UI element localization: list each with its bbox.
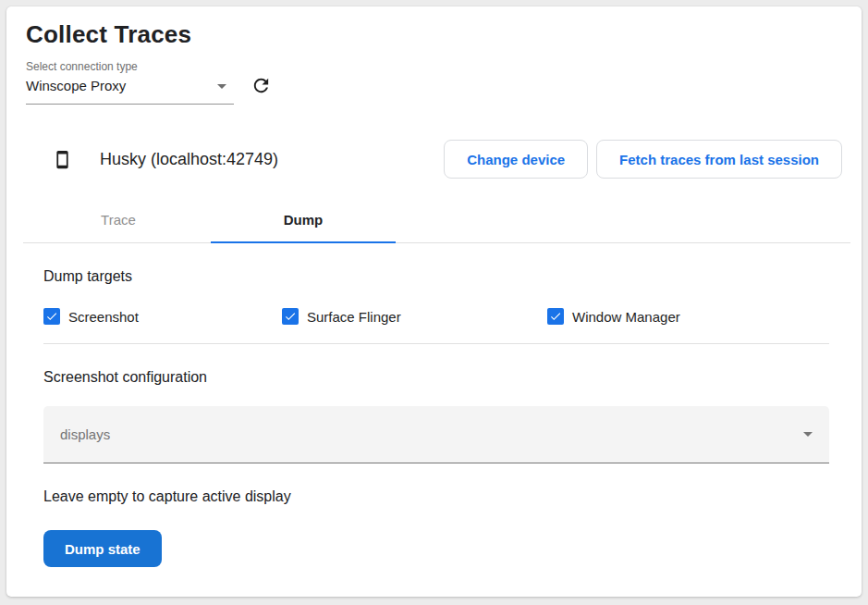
- displays-hint-text: Leave empty to capture active display: [43, 488, 829, 505]
- connection-type-select[interactable]: Winscope Proxy: [26, 78, 234, 105]
- chevron-down-icon: [217, 84, 226, 89]
- dump-targets-heading: Dump targets: [43, 267, 829, 285]
- connection-row: Winscope Proxy: [26, 78, 842, 105]
- fetch-traces-button[interactable]: Fetch traces from last session: [596, 140, 842, 179]
- dump-tab-content: Dump targets Screenshot Surface Flinger …: [6, 267, 862, 567]
- screenshot-configuration-heading: Screenshot configuration: [43, 368, 829, 386]
- collect-traces-card: Collect Traces Select connection type Wi…: [6, 6, 862, 597]
- device-name: Husky (localhost:42749): [100, 150, 278, 169]
- connection-type-label: Select connection type: [26, 60, 842, 73]
- tab-trace[interactable]: Trace: [26, 197, 211, 243]
- checkbox-checked-icon: [43, 308, 60, 325]
- dropdown-arrow-icon: [803, 432, 813, 437]
- change-device-button[interactable]: Change device: [444, 140, 588, 179]
- connection-type-value: Winscope Proxy: [26, 78, 126, 94]
- smartphone-icon: [53, 146, 72, 173]
- dump-state-button[interactable]: Dump state: [43, 530, 162, 567]
- active-tab-ink-bar: [211, 241, 396, 243]
- section-divider: [43, 343, 829, 344]
- dump-targets-row: Screenshot Surface Flinger Window Manage…: [43, 308, 829, 325]
- device-row: Husky (localhost:42749) Change device Fe…: [26, 140, 842, 179]
- displays-select-label: displays: [60, 426, 110, 442]
- checkbox-checked-icon: [547, 308, 564, 325]
- checkbox-screenshot[interactable]: Screenshot: [43, 308, 282, 325]
- tab-dump[interactable]: Dump: [211, 197, 396, 243]
- checkbox-window-manager[interactable]: Window Manager: [547, 308, 680, 325]
- tab-dump-label: Dump: [284, 212, 324, 228]
- checkbox-label: Screenshot: [68, 309, 139, 325]
- checkbox-surface-flinger[interactable]: Surface Flinger: [282, 308, 547, 325]
- checkbox-label: Window Manager: [572, 309, 680, 325]
- page-title: Collect Traces: [26, 20, 842, 49]
- displays-select[interactable]: displays: [43, 406, 829, 463]
- refresh-button[interactable]: [249, 75, 273, 99]
- checkbox-checked-icon: [282, 308, 299, 325]
- refresh-icon: [251, 75, 272, 99]
- checkbox-label: Surface Flinger: [307, 309, 401, 325]
- tab-bar: Trace Dump: [26, 197, 842, 243]
